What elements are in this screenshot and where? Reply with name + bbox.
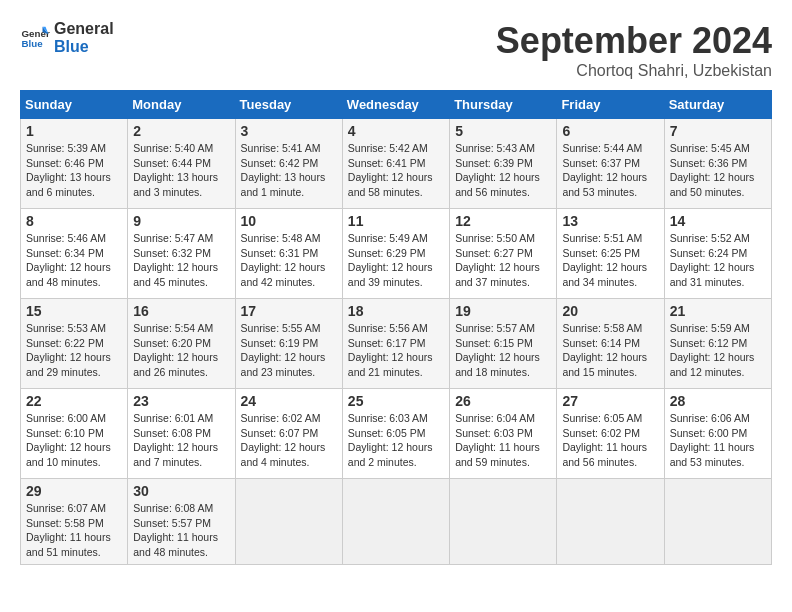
day-number: 24 xyxy=(241,393,337,409)
day-number: 26 xyxy=(455,393,551,409)
day-number: 22 xyxy=(26,393,122,409)
calendar-cell: 18Sunrise: 5:56 AMSunset: 6:17 PMDayligh… xyxy=(342,299,449,389)
calendar-cell: 4Sunrise: 5:42 AMSunset: 6:41 PMDaylight… xyxy=(342,119,449,209)
calendar-cell: 30Sunrise: 6:08 AMSunset: 5:57 PMDayligh… xyxy=(128,479,235,565)
header: General Blue General Blue September 2024… xyxy=(20,20,772,80)
day-number: 5 xyxy=(455,123,551,139)
day-info: Sunrise: 6:04 AMSunset: 6:03 PMDaylight:… xyxy=(455,411,551,470)
day-info: Sunrise: 6:07 AMSunset: 5:58 PMDaylight:… xyxy=(26,501,122,560)
day-info: Sunrise: 5:53 AMSunset: 6:22 PMDaylight:… xyxy=(26,321,122,380)
calendar-cell: 11Sunrise: 5:49 AMSunset: 6:29 PMDayligh… xyxy=(342,209,449,299)
day-number: 20 xyxy=(562,303,658,319)
day-info: Sunrise: 5:48 AMSunset: 6:31 PMDaylight:… xyxy=(241,231,337,290)
calendar-cell xyxy=(557,479,664,565)
calendar-cell: 9Sunrise: 5:47 AMSunset: 6:32 PMDaylight… xyxy=(128,209,235,299)
month-title: September 2024 xyxy=(496,20,772,62)
week-row-5: 29Sunrise: 6:07 AMSunset: 5:58 PMDayligh… xyxy=(21,479,772,565)
day-number: 6 xyxy=(562,123,658,139)
day-info: Sunrise: 5:46 AMSunset: 6:34 PMDaylight:… xyxy=(26,231,122,290)
calendar-cell: 7Sunrise: 5:45 AMSunset: 6:36 PMDaylight… xyxy=(664,119,771,209)
day-info: Sunrise: 6:08 AMSunset: 5:57 PMDaylight:… xyxy=(133,501,229,560)
calendar-cell: 16Sunrise: 5:54 AMSunset: 6:20 PMDayligh… xyxy=(128,299,235,389)
calendar-cell: 10Sunrise: 5:48 AMSunset: 6:31 PMDayligh… xyxy=(235,209,342,299)
day-info: Sunrise: 6:03 AMSunset: 6:05 PMDaylight:… xyxy=(348,411,444,470)
day-number: 27 xyxy=(562,393,658,409)
day-number: 18 xyxy=(348,303,444,319)
day-number: 7 xyxy=(670,123,766,139)
day-info: Sunrise: 5:40 AMSunset: 6:44 PMDaylight:… xyxy=(133,141,229,200)
calendar-cell: 1Sunrise: 5:39 AMSunset: 6:46 PMDaylight… xyxy=(21,119,128,209)
day-number: 29 xyxy=(26,483,122,499)
day-info: Sunrise: 5:44 AMSunset: 6:37 PMDaylight:… xyxy=(562,141,658,200)
calendar-cell: 22Sunrise: 6:00 AMSunset: 6:10 PMDayligh… xyxy=(21,389,128,479)
day-info: Sunrise: 5:52 AMSunset: 6:24 PMDaylight:… xyxy=(670,231,766,290)
day-number: 30 xyxy=(133,483,229,499)
day-number: 25 xyxy=(348,393,444,409)
day-number: 10 xyxy=(241,213,337,229)
calendar-cell: 15Sunrise: 5:53 AMSunset: 6:22 PMDayligh… xyxy=(21,299,128,389)
calendar-cell: 8Sunrise: 5:46 AMSunset: 6:34 PMDaylight… xyxy=(21,209,128,299)
calendar-cell xyxy=(342,479,449,565)
day-number: 17 xyxy=(241,303,337,319)
day-number: 16 xyxy=(133,303,229,319)
weekday-header-monday: Monday xyxy=(128,91,235,119)
day-info: Sunrise: 5:39 AMSunset: 6:46 PMDaylight:… xyxy=(26,141,122,200)
weekday-header-tuesday: Tuesday xyxy=(235,91,342,119)
day-info: Sunrise: 5:49 AMSunset: 6:29 PMDaylight:… xyxy=(348,231,444,290)
day-number: 8 xyxy=(26,213,122,229)
logo: General Blue General Blue xyxy=(20,20,114,55)
day-info: Sunrise: 5:56 AMSunset: 6:17 PMDaylight:… xyxy=(348,321,444,380)
week-row-3: 15Sunrise: 5:53 AMSunset: 6:22 PMDayligh… xyxy=(21,299,772,389)
day-info: Sunrise: 5:41 AMSunset: 6:42 PMDaylight:… xyxy=(241,141,337,200)
day-number: 11 xyxy=(348,213,444,229)
week-row-2: 8Sunrise: 5:46 AMSunset: 6:34 PMDaylight… xyxy=(21,209,772,299)
weekday-header-sunday: Sunday xyxy=(21,91,128,119)
day-info: Sunrise: 6:06 AMSunset: 6:00 PMDaylight:… xyxy=(670,411,766,470)
day-number: 2 xyxy=(133,123,229,139)
day-info: Sunrise: 5:43 AMSunset: 6:39 PMDaylight:… xyxy=(455,141,551,200)
day-info: Sunrise: 5:54 AMSunset: 6:20 PMDaylight:… xyxy=(133,321,229,380)
day-info: Sunrise: 6:00 AMSunset: 6:10 PMDaylight:… xyxy=(26,411,122,470)
day-info: Sunrise: 5:58 AMSunset: 6:14 PMDaylight:… xyxy=(562,321,658,380)
day-number: 19 xyxy=(455,303,551,319)
day-info: Sunrise: 6:01 AMSunset: 6:08 PMDaylight:… xyxy=(133,411,229,470)
day-info: Sunrise: 5:50 AMSunset: 6:27 PMDaylight:… xyxy=(455,231,551,290)
calendar-cell: 27Sunrise: 6:05 AMSunset: 6:02 PMDayligh… xyxy=(557,389,664,479)
day-number: 14 xyxy=(670,213,766,229)
calendar-cell: 3Sunrise: 5:41 AMSunset: 6:42 PMDaylight… xyxy=(235,119,342,209)
svg-text:Blue: Blue xyxy=(22,38,44,49)
day-number: 28 xyxy=(670,393,766,409)
weekday-header-thursday: Thursday xyxy=(450,91,557,119)
weekday-header-saturday: Saturday xyxy=(664,91,771,119)
day-info: Sunrise: 5:55 AMSunset: 6:19 PMDaylight:… xyxy=(241,321,337,380)
calendar-cell: 24Sunrise: 6:02 AMSunset: 6:07 PMDayligh… xyxy=(235,389,342,479)
calendar-cell: 17Sunrise: 5:55 AMSunset: 6:19 PMDayligh… xyxy=(235,299,342,389)
day-info: Sunrise: 6:02 AMSunset: 6:07 PMDaylight:… xyxy=(241,411,337,470)
day-number: 9 xyxy=(133,213,229,229)
day-info: Sunrise: 5:57 AMSunset: 6:15 PMDaylight:… xyxy=(455,321,551,380)
calendar-cell: 14Sunrise: 5:52 AMSunset: 6:24 PMDayligh… xyxy=(664,209,771,299)
calendar-cell xyxy=(235,479,342,565)
calendar-cell xyxy=(664,479,771,565)
week-row-1: 1Sunrise: 5:39 AMSunset: 6:46 PMDaylight… xyxy=(21,119,772,209)
calendar-cell: 20Sunrise: 5:58 AMSunset: 6:14 PMDayligh… xyxy=(557,299,664,389)
day-info: Sunrise: 5:47 AMSunset: 6:32 PMDaylight:… xyxy=(133,231,229,290)
day-number: 3 xyxy=(241,123,337,139)
day-info: Sunrise: 5:59 AMSunset: 6:12 PMDaylight:… xyxy=(670,321,766,380)
day-info: Sunrise: 5:51 AMSunset: 6:25 PMDaylight:… xyxy=(562,231,658,290)
calendar-cell: 28Sunrise: 6:06 AMSunset: 6:00 PMDayligh… xyxy=(664,389,771,479)
day-info: Sunrise: 6:05 AMSunset: 6:02 PMDaylight:… xyxy=(562,411,658,470)
day-number: 23 xyxy=(133,393,229,409)
calendar-cell: 29Sunrise: 6:07 AMSunset: 5:58 PMDayligh… xyxy=(21,479,128,565)
calendar-cell xyxy=(450,479,557,565)
weekday-header-row: SundayMondayTuesdayWednesdayThursdayFrid… xyxy=(21,91,772,119)
calendar-cell: 23Sunrise: 6:01 AMSunset: 6:08 PMDayligh… xyxy=(128,389,235,479)
calendar-cell: 5Sunrise: 5:43 AMSunset: 6:39 PMDaylight… xyxy=(450,119,557,209)
calendar-table: SundayMondayTuesdayWednesdayThursdayFrid… xyxy=(20,90,772,565)
day-number: 12 xyxy=(455,213,551,229)
day-number: 1 xyxy=(26,123,122,139)
day-number: 15 xyxy=(26,303,122,319)
calendar-cell: 2Sunrise: 5:40 AMSunset: 6:44 PMDaylight… xyxy=(128,119,235,209)
location-title: Chortoq Shahri, Uzbekistan xyxy=(496,62,772,80)
title-area: September 2024 Chortoq Shahri, Uzbekista… xyxy=(496,20,772,80)
